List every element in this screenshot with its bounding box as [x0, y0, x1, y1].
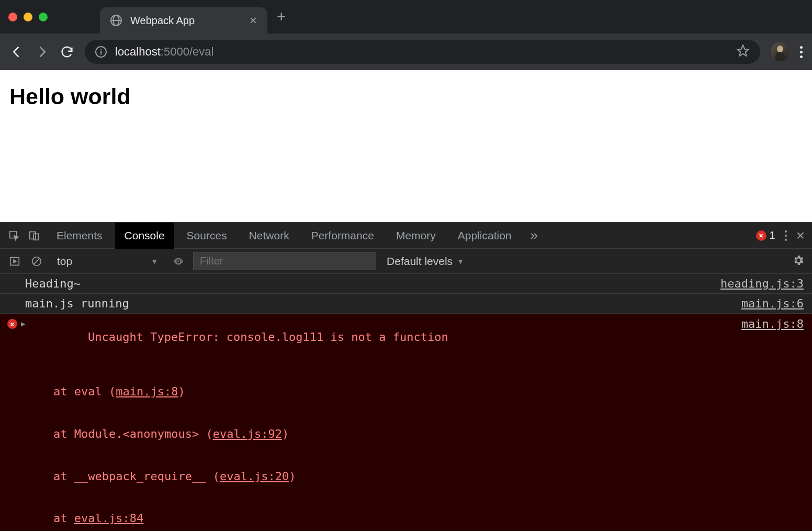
forward-button[interactable] — [35, 45, 49, 59]
tab-console[interactable]: Console — [115, 223, 174, 249]
devtools-tab-bar: Elements Console Sources Network Perform… — [0, 223, 812, 249]
toggle-sidebar-icon[interactable] — [7, 254, 22, 269]
url-text: localhost:5000/eval — [115, 45, 213, 59]
tab-network[interactable]: Network — [240, 223, 299, 249]
tab-performance[interactable]: Performance — [302, 223, 384, 249]
minimize-window-button[interactable] — [24, 13, 32, 21]
tab-application[interactable]: Application — [448, 223, 521, 249]
chevron-down-icon: ▼ — [151, 257, 158, 266]
browser-menu-button[interactable] — [800, 46, 803, 58]
error-source[interactable]: main.js:8 — [741, 317, 804, 330]
new-tab-button[interactable]: + — [277, 9, 286, 25]
svg-marker-0 — [737, 45, 749, 56]
log-text: main.js running — [25, 297, 741, 310]
page-viewport: Hello world — [0, 70, 812, 222]
console-output: Heading~ heading.js:3 main.js running ma… — [0, 274, 812, 531]
chevron-down-icon: ▼ — [457, 257, 464, 266]
window-controls — [8, 13, 48, 21]
back-button[interactable] — [9, 45, 24, 59]
clear-console-icon[interactable] — [29, 254, 44, 269]
browser-tab[interactable]: Webpack App × — [100, 7, 267, 34]
tab-sources[interactable]: Sources — [177, 223, 236, 249]
tab-strip: Webpack App × + — [0, 0, 812, 34]
log-source[interactable]: heading.js:3 — [720, 277, 804, 290]
globe-icon — [110, 15, 122, 26]
stack-link[interactable]: eval.js:92 — [213, 427, 282, 440]
maximize-window-button[interactable] — [39, 13, 48, 21]
stack-link[interactable]: main.js:8 — [116, 385, 178, 398]
error-icon: × — [756, 230, 766, 241]
svg-point-6 — [177, 260, 179, 262]
url-host: localhost — [115, 45, 161, 59]
devtools-menu-button[interactable] — [785, 230, 787, 241]
console-log-row: Heading~ heading.js:3 — [0, 274, 812, 294]
error-icon: × — [7, 319, 17, 329]
devtools-panel: Elements Console Sources Network Perform… — [0, 222, 812, 531]
bookmark-star-icon[interactable] — [736, 44, 750, 60]
stack-frame: at eval.js:84 — [32, 511, 741, 527]
browser-chrome: Webpack App × + i localhost:5000/eval — [0, 0, 812, 70]
reload-button[interactable] — [60, 45, 74, 59]
page-heading: Hello world — [9, 84, 803, 109]
close-tab-button[interactable]: × — [250, 14, 257, 27]
context-value: top — [57, 255, 72, 268]
site-info-icon[interactable]: i — [95, 46, 107, 58]
stack-frame: at __webpack_require__ (eval.js:20) — [32, 469, 741, 485]
console-toolbar: top ▼ Default levels ▼ — [0, 249, 812, 274]
profile-avatar[interactable] — [771, 42, 790, 61]
live-expression-icon[interactable] — [171, 254, 186, 269]
tab-elements[interactable]: Elements — [47, 223, 112, 249]
levels-label: Default levels — [387, 255, 453, 268]
tab-title: Webpack App — [130, 15, 241, 27]
browser-toolbar: i localhost:5000/eval — [0, 34, 812, 70]
inspect-element-icon[interactable] — [7, 229, 21, 242]
log-source[interactable]: main.js:6 — [741, 297, 804, 310]
stack-link[interactable]: eval.js:84 — [74, 512, 143, 525]
url-path: :5000/eval — [161, 45, 214, 59]
console-error-row: × ▶ Uncaught TypeError: console.log111 i… — [0, 314, 812, 531]
execution-context-select[interactable]: top ▼ — [51, 252, 164, 270]
console-log-row: main.js running main.js:6 — [0, 294, 812, 314]
address-bar[interactable]: i localhost:5000/eval — [85, 40, 760, 64]
stack-frame: at eval (main.js:8) — [32, 384, 741, 400]
error-text-block: Uncaught TypeError: console.log111 is no… — [32, 317, 741, 531]
stack-trace: at eval (main.js:8) at Module.<anonymous… — [32, 358, 741, 531]
svg-rect-2 — [30, 231, 36, 239]
stack-frame: at Module.<anonymous> (eval.js:92) — [32, 426, 741, 442]
log-levels-select[interactable]: Default levels ▼ — [387, 255, 464, 268]
filter-input[interactable] — [200, 255, 369, 267]
close-window-button[interactable] — [8, 13, 17, 21]
tab-memory[interactable]: Memory — [387, 223, 445, 249]
error-count: 1 — [770, 229, 775, 241]
device-toggle-icon[interactable] — [27, 229, 41, 242]
expand-arrow-icon[interactable]: ▶ — [21, 319, 25, 328]
tabs-overflow-button[interactable]: » — [524, 227, 544, 244]
filter-input-wrapper — [193, 252, 376, 270]
devtools-close-button[interactable]: × — [796, 228, 805, 243]
log-text: Heading~ — [25, 277, 720, 290]
stack-link[interactable]: eval.js:20 — [220, 470, 289, 483]
error-indicator[interactable]: × 1 — [756, 229, 775, 241]
error-message: Uncaught TypeError: console.log111 is no… — [88, 330, 448, 344]
console-settings-icon[interactable] — [792, 254, 805, 269]
